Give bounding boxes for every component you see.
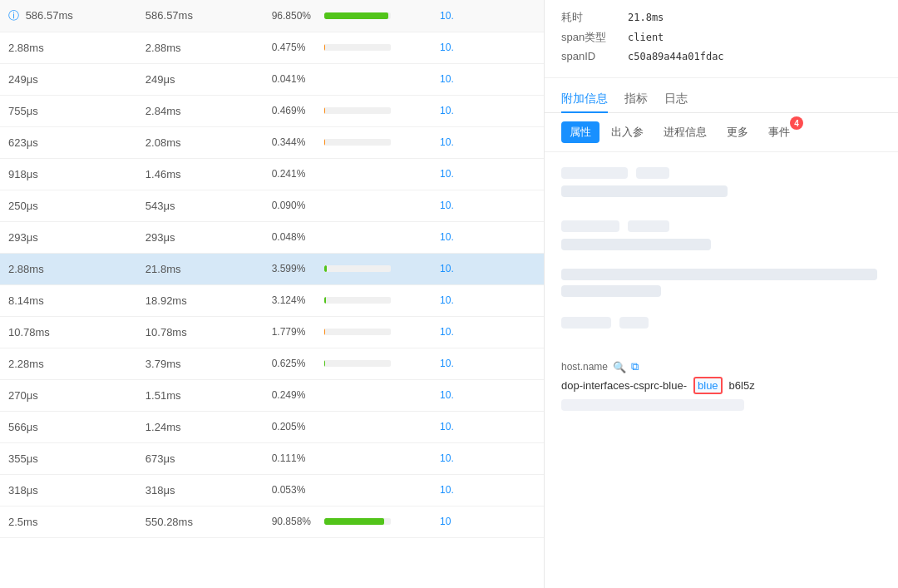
col-extra: 10.: [432, 63, 544, 95]
table-row[interactable]: 293μs293μs0.048%10.: [0, 221, 544, 253]
subtab-process-info[interactable]: 进程信息: [655, 121, 715, 143]
col-total-time: 673μs: [137, 442, 264, 474]
col-percent: 0.625%: [264, 348, 432, 379]
copy-icon[interactable]: ⧉: [631, 360, 639, 373]
col-self-time: 270μs: [0, 379, 137, 411]
warning-icon: ⓘ: [8, 9, 22, 22]
percent-bar-fill: [324, 12, 389, 19]
blur-block-2: [561, 185, 728, 197]
col-self-time: 293μs: [0, 221, 137, 253]
percent-bar-container: [324, 360, 391, 367]
col-total-time: 293μs: [137, 221, 264, 253]
col-total-time: 249μs: [137, 63, 264, 95]
span-type-label: span类型: [561, 30, 628, 45]
col-self-time: 2.28ms: [0, 348, 137, 379]
col-total-time: 2.08ms: [137, 126, 264, 158]
blur-block-1a: [561, 167, 628, 179]
col-self-time: ⓘ 586.57ms: [0, 0, 137, 32]
percent-text: 0.048%: [272, 231, 320, 243]
col-self-time: 8.14ms: [0, 284, 137, 316]
col-extra: 10.: [432, 348, 544, 379]
col-extra: 10.: [432, 95, 544, 126]
blur-row-1: [561, 167, 881, 179]
col-self-time: 755μs: [0, 95, 137, 126]
subtab-events[interactable]: 事件 4: [760, 121, 798, 143]
blur-block-5: [561, 269, 877, 280]
subtab-more[interactable]: 更多: [718, 121, 757, 143]
col-extra: 10.: [432, 379, 544, 411]
col-self-time: 2.88ms: [0, 32, 137, 63]
percent-text: 0.041%: [272, 73, 320, 85]
col-extra: 10.: [432, 126, 544, 158]
col-extra: 10.: [432, 474, 544, 506]
col-extra: 10.: [432, 253, 544, 284]
search-icon[interactable]: 🔍: [613, 361, 626, 373]
table-row[interactable]: 918μs1.46ms0.241%10.: [0, 158, 544, 190]
table-row[interactable]: 250μs543μs0.090%10.: [0, 190, 544, 221]
percent-text: 0.111%: [272, 452, 320, 464]
col-percent: 0.111%: [264, 442, 432, 474]
trace-table: ⓘ 586.57ms586.57ms96.850%10.2.88ms2.88ms…: [0, 0, 544, 538]
span-type-value: client: [628, 32, 664, 43]
col-extra: 10.: [432, 0, 544, 32]
percent-bar-container: [324, 297, 391, 304]
col-total-time: 543μs: [137, 190, 264, 221]
col-percent: 0.344%: [264, 126, 432, 158]
subtabs-section: 属性 出入参 进程信息 更多 事件 4: [545, 113, 898, 152]
table-row[interactable]: 10.78ms10.78ms1.779%10.: [0, 316, 544, 348]
percent-text: 0.625%: [272, 358, 320, 369]
table-row[interactable]: 623μs2.08ms0.344%10.: [0, 126, 544, 158]
table-row[interactable]: 8.14ms18.92ms3.124%10.: [0, 284, 544, 316]
table-row[interactable]: 249μs249μs0.041%10.: [0, 63, 544, 95]
col-percent: 1.779%: [264, 316, 432, 348]
col-total-time: 550.28ms: [137, 506, 264, 537]
col-extra: 10.: [432, 190, 544, 221]
percent-text: 90.858%: [272, 516, 320, 527]
col-percent: 3.599%: [264, 253, 432, 284]
tab-metrics[interactable]: 指标: [624, 86, 648, 113]
blur-row-2: [561, 220, 881, 232]
subtab-io-params[interactable]: 出入参: [603, 121, 652, 143]
table-row[interactable]: 2.88ms2.88ms0.475%10.: [0, 32, 544, 63]
col-self-time: 10.78ms: [0, 316, 137, 348]
percent-bar-fill: [324, 107, 325, 114]
host-label: host.name: [561, 361, 608, 373]
table-row[interactable]: 2.88ms21.8ms3.599%10.: [0, 253, 544, 284]
table-row[interactable]: 355μs673μs0.111%10.: [0, 442, 544, 474]
percent-bar-container: [324, 107, 391, 114]
table-row[interactable]: 270μs1.51ms0.249%10.: [0, 379, 544, 411]
col-percent: 96.850%: [264, 0, 432, 32]
col-self-time: 2.88ms: [0, 253, 137, 284]
col-total-time: 2.88ms: [137, 32, 264, 63]
span-id-value: c50a89a44a01fdac: [628, 51, 724, 62]
percent-bar-container: [324, 12, 391, 19]
percent-text: 0.344%: [272, 136, 320, 148]
col-total-time: 2.84ms: [137, 95, 264, 126]
attributes-content: [545, 152, 898, 352]
col-total-time: 318μs: [137, 474, 264, 506]
table-row[interactable]: ⓘ 586.57ms586.57ms96.850%10.: [0, 0, 544, 32]
span-type-row: span类型 client: [561, 30, 881, 45]
table-row[interactable]: 566μs1.24ms0.205%10.: [0, 411, 544, 442]
tab-logs[interactable]: 日志: [664, 86, 688, 113]
blur-row-3: [561, 317, 881, 329]
table-row[interactable]: 2.5ms550.28ms90.858%10: [0, 506, 544, 537]
table-row[interactable]: 318μs318μs0.053%10.: [0, 474, 544, 506]
percent-bar-fill: [324, 329, 326, 335]
detail-panel: 耗时 21.8ms span类型 client spanID c50a89a44…: [545, 0, 898, 588]
col-percent: 0.090%: [264, 190, 432, 221]
col-percent: 90.858%: [264, 506, 432, 537]
tab-additional-info[interactable]: 附加信息: [561, 86, 608, 113]
percent-bar-container: [324, 265, 391, 272]
table-row[interactable]: 755μs2.84ms0.469%10.: [0, 95, 544, 126]
blur-block-4: [561, 239, 711, 250]
col-total-time: 21.8ms: [137, 253, 264, 284]
col-percent: 0.048%: [264, 221, 432, 253]
subtab-attributes[interactable]: 属性: [561, 121, 599, 143]
percent-text: 0.053%: [272, 484, 320, 496]
bottom-blur-1: [561, 399, 744, 411]
col-extra: 10.: [432, 284, 544, 316]
col-percent: 3.124%: [264, 284, 432, 316]
col-total-time: 1.24ms: [137, 411, 264, 442]
table-row[interactable]: 2.28ms3.79ms0.625%10.: [0, 348, 544, 379]
